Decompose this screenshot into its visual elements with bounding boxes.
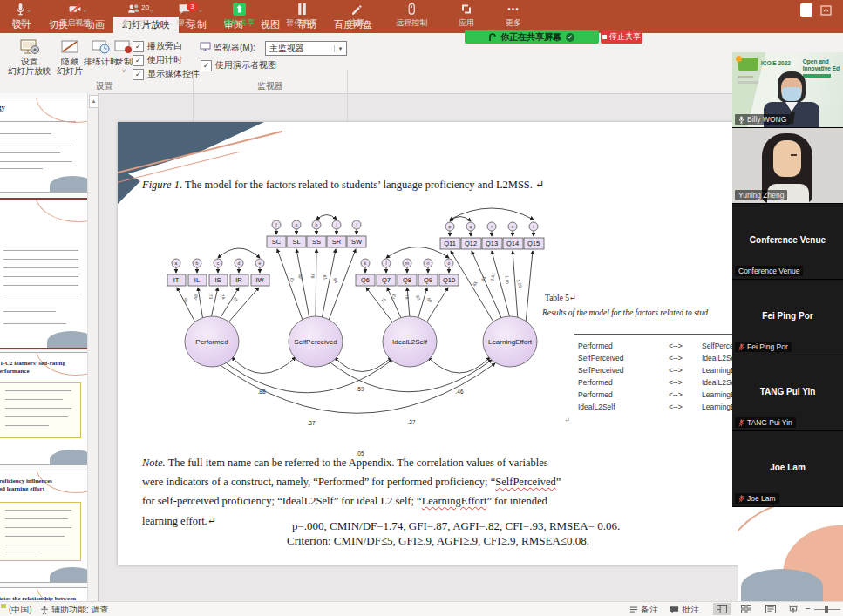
language-status[interactable]: (中国) <box>9 604 32 616</box>
use-presenter-view-checkbox[interactable]: ✓ 使用演示者视图 <box>201 59 276 71</box>
table-cell: <--> <box>669 403 702 411</box>
zoom-slider-handle[interactable] <box>825 606 828 613</box>
thumbnail-slide-2-selected[interactable] <box>0 198 92 349</box>
indicator-box-label: IR <box>235 276 242 284</box>
setup-group-label: 设置 <box>61 80 148 92</box>
chevron-down-icon[interactable]: ⌄ <box>82 6 88 14</box>
zoom-minus-label: − <box>806 604 811 613</box>
more-button[interactable]: 更多 <box>504 0 523 29</box>
annotate-button[interactable]: 注释 <box>347 0 366 29</box>
participants-icon: 20 ⌄ <box>126 3 140 16</box>
thumbnail-text-line <box>5 527 71 528</box>
pause-share-button[interactable]: 暂停共享 <box>284 0 319 29</box>
slide-thumbnail-panel: gy C1-C2 learners’ self-rating performan… <box>0 93 99 601</box>
play-narrations-checkbox[interactable]: ✓ 播放旁白 <box>133 40 182 52</box>
stop-share-button[interactable]: 停止共享 <box>601 30 642 44</box>
thumbnail-slide-3[interactable]: C1-C2 learners’ self-rating performance <box>0 352 91 465</box>
titlebar-account-box <box>800 3 812 17</box>
status-indicator <box>1 604 6 608</box>
video-tile-conference-venue[interactable]: Conference Venue Conference Venue <box>732 204 843 280</box>
table-cell: <--> <box>669 390 702 399</box>
ribbon-display-options-icon[interactable] <box>820 5 832 16</box>
participant-center-name: TANG Pui Yin <box>732 387 843 396</box>
note-spellcheck-word: SelfPerceived <box>495 476 555 488</box>
comments-button[interactable]: 批注 <box>670 604 699 616</box>
scroll-up-icon[interactable]: ▲ <box>89 95 99 108</box>
setup-slideshow-button[interactable]: 设置 幻灯片放映 <box>7 37 52 76</box>
monitor-dropdown-caret-icon[interactable]: ▾ <box>334 45 346 52</box>
participant-name: Billy WONG <box>747 114 786 125</box>
mic-muted-icon <box>738 343 744 351</box>
chevron-down-icon[interactable]: ⌄ <box>149 6 155 14</box>
latent-variable-label: SelfPerceived <box>294 338 337 346</box>
use-timings-checkbox[interactable]: ✓ 使用计时 <box>133 54 182 66</box>
sem-diagram: IT IL IS IR IW SC SL SS SR SW Q6 Q7 Q8 Q… <box>153 202 758 464</box>
note-line: Note. The full item name can be referred… <box>142 457 548 470</box>
more-icon <box>506 3 520 16</box>
notes-button[interactable]: 备注 <box>629 604 658 616</box>
pause-icon <box>296 3 308 16</box>
accessibility-icon <box>40 606 49 615</box>
thumbnail-scrollbar[interactable]: ▲ <box>87 93 98 601</box>
person-eye <box>791 154 797 156</box>
indicator-box-label: Q6 <box>361 276 370 284</box>
new-share-button[interactable]: 新的共享 <box>222 0 257 29</box>
mic-icon: ⌄ <box>15 3 26 16</box>
normal-view-button[interactable] <box>713 603 731 615</box>
mute-button[interactable]: ⌄ 静音 <box>10 0 30 29</box>
record-dropdown-caret[interactable]: ˅ <box>122 66 126 76</box>
remote-control-button[interactable]: 远程控制 <box>394 0 429 29</box>
slide-sorter-view-button[interactable] <box>738 603 755 615</box>
conference-logo <box>738 58 758 71</box>
start-video-button[interactable]: ⌄ 开启视频 <box>58 0 92 29</box>
chevron-down-icon[interactable]: ⌄ <box>197 6 203 14</box>
loading-value: .73 <box>207 293 214 300</box>
chevron-down-icon[interactable]: ⌄ <box>26 6 32 14</box>
latent-variable-label: IdealL2Self <box>392 338 428 346</box>
checkbox-check-icon: ✓ <box>133 41 144 52</box>
slide-canvas[interactable]: Figure 1. The model for the factors rela… <box>118 122 839 565</box>
accessibility-status[interactable]: 辅助功能: 调查 <box>40 604 109 616</box>
loading-value: .78 <box>405 293 411 300</box>
apps-label: 应用 <box>459 18 474 27</box>
correlation-value: .05 <box>356 450 364 457</box>
reading-view-button[interactable] <box>762 603 779 615</box>
participant-center-name: Joe Lam <box>732 463 843 472</box>
show-media-controls-checkbox[interactable]: ✓ 显示媒体控件 <box>133 68 200 80</box>
correlation-value: .46 <box>455 389 463 395</box>
video-tile-joe-lam[interactable]: Joe Lam Joe Lam <box>732 431 843 507</box>
thumbnail-text-line <box>5 552 40 552</box>
thumbnail-slide-1[interactable]: gy <box>0 98 91 193</box>
indicator-box-label: Q13 <box>486 240 498 247</box>
play-narrations-label: 播放旁白 <box>147 40 182 52</box>
monitor-dropdown[interactable]: 主监视器 ▾ <box>265 41 347 56</box>
table-row: IdealL2Self<-->LearningEffort <box>578 403 748 411</box>
chat-button[interactable]: 3 ⌄ 聊天 <box>175 0 194 29</box>
video-tile-yuning[interactable]: Yuning Zheng <box>732 128 843 204</box>
error-term-label: l <box>385 261 386 266</box>
slide-deco-corner-shape <box>118 122 264 179</box>
loading-value: .69 <box>425 295 433 303</box>
participants-button[interactable]: 20 ⌄ 参会者 <box>120 0 147 29</box>
chat-label: 聊天 <box>177 18 193 27</box>
thumbnail-slide-4[interactable]: proficiency influences ded learning effo… <box>0 470 91 583</box>
slideshow-view-button[interactable] <box>785 603 802 615</box>
indicator-box-label: IT <box>173 276 180 284</box>
video-tile-fei-ping-por[interactable]: Fei Ping Por Fei Ping Por <box>732 280 843 355</box>
reading-view-icon <box>765 605 776 613</box>
monitor-icon <box>200 42 211 51</box>
use-timings-label: 使用计时 <box>147 54 182 66</box>
loading-value: 1.10 <box>505 275 510 284</box>
tab-view[interactable]: 视图 <box>252 17 289 33</box>
comments-label: 批注 <box>682 604 699 616</box>
participant-name-chip: Yuning Zheng <box>735 190 787 200</box>
video-tile-tang-pui-yin[interactable]: TANG Pui Yin TANG Pui Yin <box>732 355 843 431</box>
video-tile-billy[interactable]: ICOIE 2022 Open and Innovative Ed Billy … <box>732 52 843 128</box>
zoom-out-button[interactable]: − <box>806 604 811 613</box>
apps-button[interactable]: 应用 <box>457 0 476 29</box>
logo-dot <box>736 56 742 62</box>
latent-variable-label: LearningEffort <box>488 338 533 346</box>
slide-sorter-icon <box>741 605 751 613</box>
table-cell: <--> <box>669 342 702 350</box>
accessibility-label: 辅助功能: 调查 <box>51 604 109 616</box>
